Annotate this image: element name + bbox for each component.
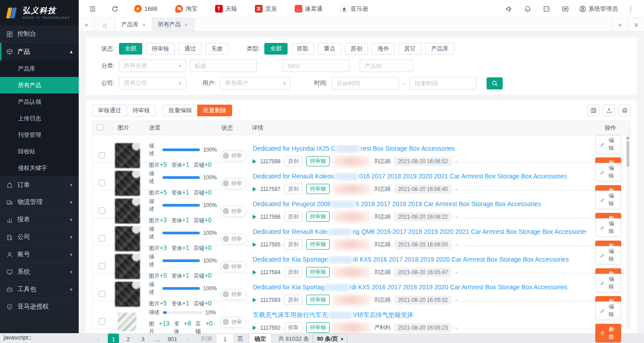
scroll-tabs-right-icon[interactable]: » (612, 18, 628, 31)
product-title-link[interactable]: Dedicated for Renault Koleos016 2017 201… (253, 173, 586, 181)
edit-button[interactable]: 编辑 (595, 191, 621, 209)
search-button[interactable] (487, 77, 503, 89)
collapse-sidebar-icon[interactable] (85, 5, 100, 13)
user-menu[interactable]: 系统管理员 (576, 5, 620, 13)
export-button[interactable] (603, 105, 615, 116)
approve-button[interactable]: 审核通过 (92, 105, 127, 116)
expand-play-icon[interactable] (253, 326, 256, 330)
type-filter-other[interactable]: 其它 (398, 43, 422, 55)
apps-grid-icon[interactable] (539, 5, 554, 13)
delete-button[interactable]: 删除 (595, 324, 621, 343)
expand-play-icon[interactable] (253, 270, 256, 275)
sidebar-item-product-library[interactable]: 产品库 (0, 60, 79, 77)
status-filter-all[interactable]: 全部 (119, 43, 142, 55)
category-select[interactable]: 所有分类▾ (119, 59, 186, 72)
edit-button[interactable]: 编辑 (595, 218, 621, 237)
product-image[interactable] (115, 282, 140, 307)
sidebar-item-products[interactable]: 产品 ▴ (0, 43, 79, 60)
title-input[interactable] (190, 59, 257, 72)
expand-play-icon[interactable] (253, 159, 256, 164)
marketplace-amazon[interactable]: a亚马逊 (340, 5, 368, 13)
sidebar-item-accounts[interactable]: 账号 ▾ (0, 246, 79, 263)
per-page-select[interactable]: 90 条/页 ▾ (313, 333, 347, 343)
sidebar-item-upload-log[interactable]: 上传日志 (0, 110, 79, 127)
sidebar-item-orders[interactable]: 订单 ▾ (0, 176, 79, 194)
sidebar-item-system[interactable]: 系统 ▾ (0, 263, 79, 281)
scrollbar-thumb[interactable] (627, 141, 629, 167)
product-image[interactable] (115, 199, 140, 224)
expand-play-icon[interactable] (253, 242, 256, 247)
edit-button[interactable]: 编辑 (595, 246, 621, 265)
tab-product-library[interactable]: 产品库 × (115, 18, 152, 31)
page-1[interactable]: 1 (108, 334, 119, 343)
product-image[interactable] (115, 254, 140, 279)
switch-accounts-icon[interactable] (558, 5, 573, 13)
user-select[interactable]: 所有用户▾ (220, 77, 291, 89)
start-time-input[interactable] (332, 77, 399, 89)
sidebar-item-recycle-bin[interactable]: 回收站 (0, 143, 79, 160)
scroll-tabs-left-icon[interactable]: « (79, 18, 95, 31)
table-scrollbar[interactable] (626, 135, 630, 328)
edit-button[interactable]: 编辑 (595, 301, 621, 320)
type-filter-key[interactable]: 重点 (318, 43, 341, 55)
batch-edit-button[interactable]: 批量编辑 (163, 105, 198, 116)
type-filter-library[interactable]: 产品库 (425, 43, 454, 55)
confirm-page-button[interactable]: 确定 (249, 333, 272, 343)
type-filter-scraped[interactable]: 抓取 (291, 43, 314, 55)
type-filter-original[interactable]: 原创 (345, 43, 368, 55)
columns-setting-button[interactable] (587, 105, 599, 116)
status-filter-approved[interactable]: 通过 (178, 43, 202, 55)
prev-page-icon[interactable]: ‹ (93, 334, 104, 343)
print-button[interactable] (619, 105, 631, 116)
row-checkbox[interactable] (99, 235, 105, 241)
product-image[interactable] (115, 171, 140, 196)
sidebar-item-company[interactable]: 公司 ▾ (0, 229, 79, 246)
product-title-link[interactable]: Dedicated for Hyundai IX25 Crest Box Sto… (253, 145, 586, 153)
edit-button[interactable]: 编辑 (595, 274, 621, 292)
sidebar-item-reports[interactable]: 报表 ▾ (0, 211, 79, 229)
row-checkbox[interactable] (99, 207, 105, 214)
product-title-link[interactable]: 车载充气床车用旅行汽车充V轿车后排气垫睡觉床 (253, 311, 586, 319)
home-tab[interactable]: ⌂ (95, 18, 115, 31)
marketplace-1688[interactable]: e1688 (134, 5, 157, 13)
sidebar-item-logistics[interactable]: 物流管理 ▾ (0, 194, 79, 211)
edit-button[interactable]: 编辑 (595, 135, 621, 154)
expand-play-icon[interactable] (253, 187, 256, 191)
notification-bell-icon[interactable] (520, 5, 535, 13)
announcement-icon[interactable] (501, 5, 517, 13)
marketplace-tmall[interactable]: T天猫 (215, 5, 237, 13)
set-pending-button[interactable]: 待审核 (127, 105, 156, 116)
status-filter-pending[interactable]: 待审核 (146, 43, 175, 55)
type-filter-overseas[interactable]: 海外 (372, 43, 395, 55)
marketplace-taobao[interactable]: 淘淘宝 (175, 5, 197, 13)
marketplace-aliexpress[interactable]: ◡速卖通 (295, 5, 322, 13)
more-menu-icon[interactable]: ⋮ (624, 5, 638, 13)
logo[interactable]: 弘义科技 HONG YI TECHNOLOGY (0, 0, 79, 25)
sku-input[interactable] (283, 59, 350, 72)
row-checkbox[interactable] (99, 180, 105, 186)
sidebar-item-listing-management[interactable]: 刊登管理 (0, 127, 79, 143)
product-image[interactable] (115, 226, 140, 251)
refresh-icon[interactable] (107, 5, 123, 13)
close-tab-icon[interactable]: × (142, 21, 146, 28)
product-id-input[interactable] (360, 59, 413, 72)
company-select[interactable]: 所有公司▾ (119, 77, 186, 89)
sidebar-item-product-claim[interactable]: 产品认领 (0, 93, 79, 110)
goto-page-input[interactable] (216, 334, 234, 343)
row-checkbox[interactable] (99, 318, 105, 325)
close-tab-icon[interactable]: × (185, 21, 188, 28)
product-image[interactable] (118, 313, 136, 331)
product-image[interactable] (115, 143, 140, 168)
row-checkbox[interactable] (99, 152, 105, 158)
marketplace-jd[interactable]: 京京东 (255, 5, 277, 13)
type-filter-all[interactable]: 全部 (264, 43, 288, 55)
expand-play-icon[interactable] (253, 298, 256, 302)
sidebar-item-infringing-keywords[interactable]: 侵权关键字 (0, 160, 79, 176)
edit-button[interactable]: 编辑 (595, 163, 621, 182)
sidebar-item-amazon-authorization[interactable]: 亚马逊授权 (0, 298, 79, 316)
sidebar-item-all-products[interactable]: 所有产品 (0, 77, 79, 93)
sidebar-item-toolbox[interactable]: 工具包 ▾ (0, 281, 79, 298)
scroll-up-icon[interactable] (626, 136, 630, 139)
product-title-link[interactable]: Dedicated for Kia Sportagrdi KX5 2016 20… (253, 284, 586, 292)
page-2[interactable]: 2 (123, 334, 134, 343)
